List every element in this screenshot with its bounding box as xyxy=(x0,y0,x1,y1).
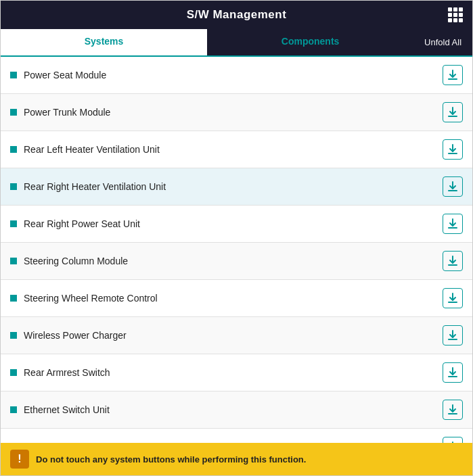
item-action-button[interactable] xyxy=(443,214,463,234)
item-action-button[interactable] xyxy=(443,102,463,122)
warning-text: Do not touch any system buttons while pe… xyxy=(36,454,306,465)
item-label: Ethernet Switch Unit xyxy=(24,404,443,415)
grid-dot xyxy=(453,7,457,11)
item-action-button[interactable] xyxy=(443,400,463,420)
item-bullet-icon xyxy=(10,369,17,376)
item-action-button[interactable] xyxy=(443,288,463,308)
list-item[interactable]: Rear Left Heater Ventilation Unit xyxy=(1,131,472,168)
item-label: Steering Wheel Remote Control xyxy=(24,293,443,304)
item-label: Rear Right Heater Ventilation Unit xyxy=(24,181,443,192)
list-item[interactable]: Rear Right Power Seat Unit xyxy=(1,206,472,243)
item-label: Rear Right Power Seat Unit xyxy=(24,218,443,229)
unfold-all-button[interactable]: Unfold All xyxy=(413,29,472,55)
item-label: Rear Armrest Switch xyxy=(24,367,443,378)
item-bullet-icon xyxy=(10,258,17,264)
item-bullet-icon xyxy=(10,109,17,116)
grid-dot xyxy=(453,13,457,17)
tab-systems[interactable]: Systems xyxy=(1,29,207,55)
grid-dot xyxy=(459,18,463,22)
item-bullet-icon xyxy=(10,220,17,227)
item-action-button[interactable] xyxy=(443,251,463,271)
item-action-button[interactable] xyxy=(443,176,463,197)
item-bullet-icon xyxy=(10,146,17,153)
item-action-button[interactable] xyxy=(443,437,463,443)
item-label: Wireless Power Charger xyxy=(24,330,443,341)
list-item[interactable]: Steering Wheel Remote Control xyxy=(1,280,472,317)
grid-dot xyxy=(459,7,463,11)
item-label: Power Trunk Module xyxy=(24,107,443,118)
grid-dot xyxy=(448,13,452,17)
tab-components[interactable]: Components xyxy=(207,29,413,55)
item-bullet-icon xyxy=(10,295,17,302)
list-item[interactable]: Wireless Power Charger xyxy=(1,317,472,354)
header: S/W Management xyxy=(1,1,472,29)
item-bullet-icon xyxy=(10,183,17,190)
list-item[interactable]: Steering Column Module xyxy=(1,243,472,280)
item-label: Rear Left Heater Ventilation Unit xyxy=(24,144,443,155)
warning-icon: ! xyxy=(10,450,29,469)
item-action-button[interactable] xyxy=(443,139,463,160)
item-action-button[interactable] xyxy=(443,362,463,383)
grid-dot xyxy=(453,18,457,22)
list-item[interactable]: Power Seat Module xyxy=(1,57,472,94)
list-item[interactable]: Integrated Central Control Unit xyxy=(1,429,472,443)
grid-dot xyxy=(448,7,452,11)
app-title: S/W Management xyxy=(187,8,287,22)
tab-bar: Systems Components Unfold All xyxy=(1,29,472,57)
app-container: S/W Management Systems Components Unfold… xyxy=(0,0,473,476)
list-container[interactable]: Power Seat Module Power Trunk Module Rea… xyxy=(1,57,472,443)
item-label: Steering Column Module xyxy=(24,256,443,266)
item-bullet-icon xyxy=(10,332,17,339)
list-item[interactable]: Rear Right Heater Ventilation Unit xyxy=(1,168,472,206)
item-label: Power Seat Module xyxy=(24,70,443,80)
item-bullet-icon xyxy=(10,72,17,78)
grid-dot xyxy=(459,13,463,17)
grid-icon[interactable] xyxy=(448,7,463,22)
warning-bar: ! Do not touch any system buttons while … xyxy=(1,443,472,475)
list-item[interactable]: Power Trunk Module xyxy=(1,94,472,131)
list-item[interactable]: Ethernet Switch Unit xyxy=(1,391,472,429)
item-bullet-icon xyxy=(10,406,17,413)
grid-dot xyxy=(448,18,452,22)
item-action-button[interactable] xyxy=(443,325,463,346)
list-item[interactable]: Rear Armrest Switch xyxy=(1,354,472,391)
item-action-button[interactable] xyxy=(443,65,463,85)
